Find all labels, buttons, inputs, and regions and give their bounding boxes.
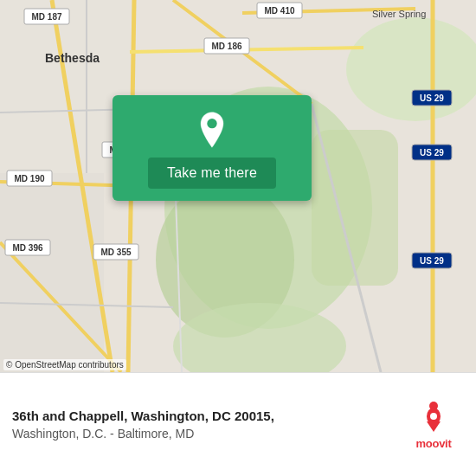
svg-text:US 29: US 29 [420,93,444,103]
address-line2: Washington, D.C. - Baltimore, MD [12,427,395,441]
popup-panel: Take me there [113,95,312,201]
location-pin-icon [193,111,231,149]
moovit-icon [415,399,452,435]
svg-text:MD 396: MD 396 [12,243,42,253]
svg-point-44 [207,119,216,128]
map-container: MD 187 MD 410 MD 186 MD 355 MD 355 MD 19… [0,0,476,372]
svg-rect-7 [0,173,104,372]
svg-text:MD 410: MD 410 [264,6,294,16]
take-me-there-button[interactable]: Take me there [148,158,276,189]
svg-text:MD 190: MD 190 [14,174,44,183]
svg-text:MD 355: MD 355 [100,248,131,257]
svg-text:Bethesda: Bethesda [45,51,100,65]
info-bar: 36th and Chappell, Washington, DC 20015,… [0,372,476,476]
address-block: 36th and Chappell, Washington, DC 20015,… [12,408,395,441]
moovit-text: moovit [416,437,452,450]
moovit-logo: moovit [403,399,464,450]
svg-text:US 29: US 29 [420,256,444,266]
svg-text:MD 186: MD 186 [211,42,241,51]
svg-point-48 [430,413,437,420]
svg-text:US 29: US 29 [420,148,444,158]
svg-text:Silver Spring: Silver Spring [372,9,426,19]
svg-text:MD 187: MD 187 [31,12,61,22]
address-line1: 36th and Chappell, Washington, DC 20015, [12,408,395,423]
svg-marker-47 [427,421,441,432]
map-attribution: © OpenStreetMap contributors [3,359,126,370]
